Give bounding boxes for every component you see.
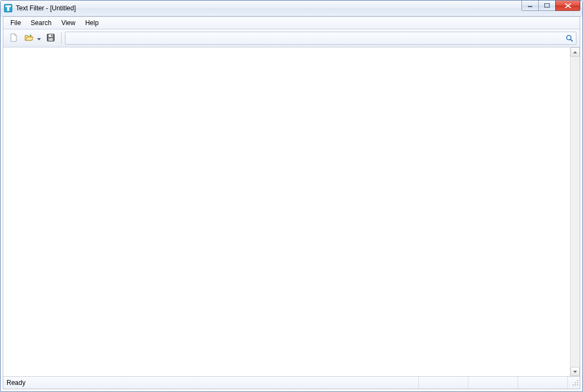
search-field[interactable] bbox=[65, 32, 576, 45]
menu-help-label: Help bbox=[85, 19, 99, 27]
chevron-down-icon bbox=[573, 371, 577, 373]
menu-view-label: View bbox=[61, 19, 75, 27]
status-pane-3 bbox=[518, 377, 568, 389]
new-file-button[interactable] bbox=[7, 31, 21, 45]
chevron-up-icon bbox=[573, 51, 577, 53]
vertical-scrollbar[interactable] bbox=[570, 47, 580, 376]
svg-line-10 bbox=[570, 39, 573, 41]
menu-view[interactable]: View bbox=[56, 17, 80, 29]
svg-point-11 bbox=[577, 380, 578, 381]
search-input[interactable] bbox=[69, 33, 565, 44]
menu-search-label: Search bbox=[31, 19, 51, 27]
titlebar[interactable]: Text Filter - [Untitled] bbox=[1, 1, 582, 16]
svg-rect-7 bbox=[49, 38, 53, 41]
content-wrap bbox=[3, 47, 580, 376]
open-file-button[interactable] bbox=[22, 31, 36, 45]
window-controls bbox=[522, 1, 580, 11]
svg-point-12 bbox=[577, 382, 578, 383]
status-main: Ready bbox=[3, 377, 419, 389]
svg-point-15 bbox=[575, 384, 576, 385]
window-title: Text Filter - [Untitled] bbox=[16, 4, 76, 12]
chevron-down-icon bbox=[37, 34, 41, 42]
maximize-button[interactable] bbox=[538, 1, 556, 11]
new-file-icon bbox=[9, 33, 18, 44]
svg-rect-2 bbox=[7, 7, 9, 11]
open-file-split-button[interactable] bbox=[22, 31, 43, 45]
open-folder-icon bbox=[25, 33, 33, 44]
menu-help[interactable]: Help bbox=[80, 17, 104, 29]
text-content-area[interactable] bbox=[3, 47, 570, 376]
client-area: File Search View Help bbox=[3, 16, 580, 389]
status-main-text: Ready bbox=[7, 379, 26, 387]
menu-search[interactable]: Search bbox=[26, 17, 56, 29]
search-icon[interactable] bbox=[565, 34, 574, 43]
toolbar bbox=[3, 29, 580, 47]
svg-point-16 bbox=[573, 384, 574, 385]
app-window: Text Filter - [Untitled] File Search Vie… bbox=[0, 0, 583, 392]
svg-rect-8 bbox=[51, 35, 52, 37]
status-pane-2 bbox=[468, 377, 518, 389]
svg-rect-4 bbox=[545, 4, 550, 8]
save-icon bbox=[46, 33, 55, 44]
svg-rect-3 bbox=[528, 6, 532, 7]
scroll-up-button[interactable] bbox=[570, 47, 580, 57]
svg-point-13 bbox=[575, 382, 576, 383]
menubar: File Search View Help bbox=[3, 17, 580, 29]
svg-rect-1 bbox=[5, 5, 11, 7]
minimize-button[interactable] bbox=[521, 1, 539, 11]
close-button[interactable] bbox=[555, 1, 580, 11]
resize-grip-icon bbox=[572, 379, 579, 388]
menu-file-label: File bbox=[10, 19, 21, 27]
save-button[interactable] bbox=[44, 31, 58, 45]
resize-grip[interactable] bbox=[568, 377, 580, 389]
toolbar-separator bbox=[61, 32, 62, 44]
menu-file[interactable]: File bbox=[5, 17, 26, 29]
open-file-dropdown[interactable] bbox=[36, 31, 43, 45]
scroll-down-button[interactable] bbox=[570, 367, 580, 376]
app-icon bbox=[4, 4, 13, 13]
svg-point-14 bbox=[577, 384, 578, 385]
status-pane-1 bbox=[419, 377, 468, 389]
statusbar: Ready bbox=[3, 376, 580, 389]
